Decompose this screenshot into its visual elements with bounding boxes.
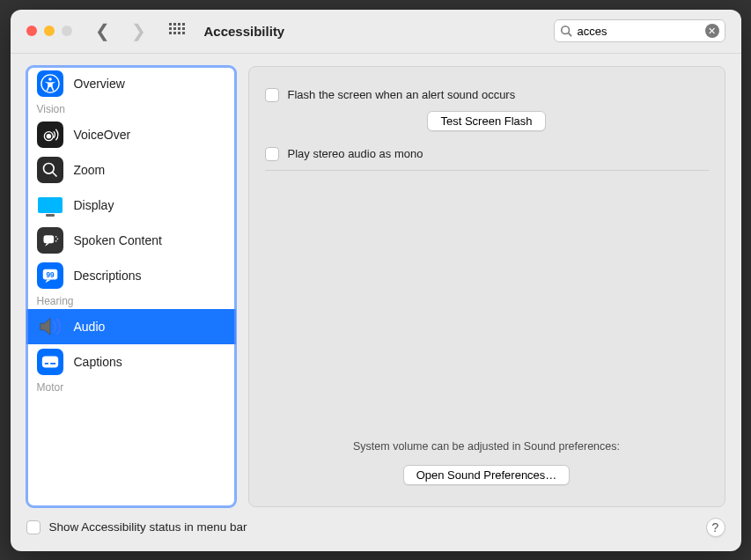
svg-rect-8 — [43, 235, 54, 243]
sidebar-item-spoken-content[interactable]: Spoken Content — [26, 223, 236, 258]
sidebar-item-label: VoiceOver — [74, 128, 131, 142]
captions-icon — [37, 349, 63, 375]
titlebar: ❮ ❯ Accessibility ✕ — [11, 10, 741, 54]
sidebar-item-label: Spoken Content — [74, 233, 162, 247]
sidebar-section-motor: Motor — [26, 379, 236, 395]
flash-screen-checkbox[interactable] — [265, 88, 279, 102]
search-field[interactable]: ✕ — [554, 19, 725, 42]
mono-audio-label: Play stereo audio as mono — [288, 147, 423, 160]
sidebar-item-label: Descriptions — [74, 269, 142, 283]
search-input[interactable] — [578, 25, 700, 38]
show-status-menubar-checkbox[interactable] — [26, 520, 40, 534]
svg-point-9 — [55, 236, 56, 238]
sidebar-item-voiceover[interactable]: VoiceOver — [26, 117, 236, 152]
svg-point-10 — [56, 238, 58, 239]
sound-pref-footnote: System volume can be adjusted in Sound p… — [265, 440, 709, 453]
svg-line-1 — [568, 33, 571, 37]
flash-screen-row: Flash the screen when an alert sound occ… — [265, 85, 709, 106]
sidebar-item-label: Display — [74, 198, 114, 212]
sidebar-section-hearing: Hearing — [26, 293, 236, 309]
search-icon — [560, 25, 572, 37]
descriptions-icon: 99 — [37, 262, 63, 289]
svg-line-7 — [52, 172, 56, 176]
test-screen-flash-button[interactable]: Test Screen Flash — [427, 111, 545, 131]
display-icon — [37, 192, 63, 218]
mono-audio-row: Play stereo audio as mono — [265, 144, 709, 165]
open-sound-preferences-button[interactable]: Open Sound Preferences… — [403, 465, 571, 485]
traffic-lights — [26, 26, 72, 36]
sidebar-item-label: Captions — [74, 355, 122, 369]
sidebar-item-audio[interactable]: Audio — [26, 309, 236, 344]
sidebar-item-zoom[interactable]: Zoom — [26, 152, 236, 188]
svg-rect-14 — [41, 356, 57, 367]
sidebar-item-overview[interactable]: Overview — [26, 66, 236, 101]
content-area: OverviewVisionVoiceOverZoomDisplaySpoken… — [11, 54, 741, 507]
show-status-menubar-label: Show Accessibility status in menu bar — [49, 520, 247, 534]
show-all-grid-button[interactable] — [169, 23, 185, 39]
close-window-button[interactable] — [26, 26, 37, 36]
zoom-window-button[interactable] — [62, 26, 72, 36]
sidebar-item-label: Zoom — [74, 163, 106, 177]
audio-icon — [37, 313, 63, 340]
help-button[interactable]: ? — [706, 518, 725, 537]
zoom-icon — [37, 157, 63, 183]
audio-settings-panel: Flash the screen when an alert sound occ… — [248, 66, 725, 507]
svg-rect-16 — [44, 362, 48, 364]
bottom-bar: Show Accessibility status in menu bar ? — [11, 507, 741, 551]
back-button[interactable]: ❮ — [95, 22, 110, 40]
svg-point-6 — [43, 163, 54, 173]
sidebar: OverviewVisionVoiceOverZoomDisplaySpoken… — [26, 66, 236, 507]
nav-arrows: ❮ ❯ — [95, 22, 146, 40]
svg-point-3 — [48, 77, 52, 81]
svg-point-5 — [47, 134, 50, 137]
window-title: Accessibility — [204, 24, 285, 39]
flash-screen-label: Flash the screen when an alert sound occ… — [288, 88, 516, 101]
spoken-content-icon — [37, 227, 63, 254]
system-preferences-window: ❮ ❯ Accessibility ✕ OverviewVisionVoiceO… — [11, 10, 741, 551]
sidebar-section-vision: Vision — [26, 101, 236, 117]
voiceover-icon — [37, 122, 63, 148]
svg-point-0 — [561, 26, 569, 34]
sidebar-item-display[interactable]: Display — [26, 188, 236, 223]
svg-point-11 — [55, 240, 56, 242]
svg-rect-17 — [50, 362, 55, 364]
minimize-window-button[interactable] — [44, 26, 55, 36]
sidebar-item-captions[interactable]: Captions — [26, 344, 236, 379]
sidebar-item-label: Audio — [74, 320, 106, 334]
accessibility-person-icon — [37, 70, 63, 97]
sidebar-item-label: Overview — [74, 77, 125, 91]
mono-audio-checkbox[interactable] — [265, 147, 279, 161]
clear-search-button[interactable]: ✕ — [705, 24, 719, 38]
forward-button: ❯ — [131, 22, 146, 40]
svg-text:99: 99 — [46, 270, 55, 278]
sidebar-item-descriptions[interactable]: 99Descriptions — [26, 258, 236, 293]
